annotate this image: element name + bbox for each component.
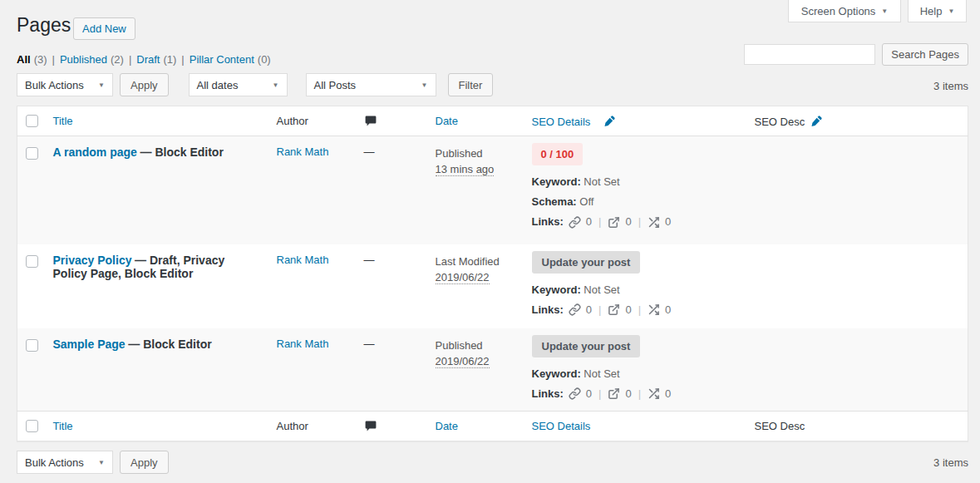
schema-label: Schema: — [532, 195, 577, 208]
posts-filter-select[interactable]: All Posts ▼ — [306, 73, 436, 96]
apply-button[interactable]: Apply — [120, 73, 169, 96]
column-header-seo-desc: SEO Desc — [755, 116, 805, 128]
column-header-date[interactable]: Date — [436, 115, 458, 127]
column-footer-title[interactable]: Title — [53, 420, 73, 432]
filter-count-draft: (1) — [163, 53, 176, 66]
filter-link-all[interactable]: All — [17, 53, 31, 66]
external-links-count: 0 — [625, 387, 631, 402]
search-input[interactable] — [744, 44, 875, 65]
edit-seo-details-pencil-icon[interactable] — [603, 115, 616, 127]
column-footer-seo-details[interactable]: SEO Details — [532, 420, 591, 432]
comments-count: — — [364, 145, 375, 158]
page-title-link[interactable]: A random page — [53, 145, 137, 159]
page-title: Pages — [17, 13, 71, 37]
internal-links-icon — [569, 303, 581, 316]
internal-links-icon — [569, 387, 581, 400]
tablenav-bottom: Bulk Actions ▼ Apply — [17, 451, 169, 474]
status-filter-links: All(3)|Published(2)|Draft(1)|Pillar Cont… — [17, 53, 271, 66]
tablenav-top: Bulk Actions ▼ Apply All dates ▼ All Pos… — [17, 73, 493, 96]
column-footer-seo-desc: SEO Desc — [755, 420, 805, 432]
filter-separator: | — [52, 53, 55, 66]
date-status: Published — [436, 145, 515, 161]
chevron-down-icon: ▼ — [881, 7, 888, 15]
filter-link-draft[interactable]: Draft — [136, 53, 160, 66]
filter-count-all: (3) — [34, 53, 47, 66]
external-links-icon — [608, 387, 620, 400]
seo-desc-cell — [746, 328, 968, 412]
items-count: 3 items — [933, 80, 968, 92]
keyword-label: Keyword: — [532, 367, 581, 380]
post-state: — Block Editor — [140, 145, 224, 159]
row-checkbox[interactable] — [26, 339, 38, 352]
filter-count-pillar-content: (0) — [258, 53, 271, 66]
apply-button-bottom[interactable]: Apply — [120, 451, 169, 474]
table-row: Sample Page — Block Editor Rank Math — P… — [17, 328, 968, 412]
date-status: Published — [436, 338, 515, 353]
posts-filter-selected-value: All Posts — [314, 79, 357, 91]
author-link[interactable]: Rank Math — [277, 145, 329, 158]
links-label: Links: — [532, 214, 564, 229]
help-label: Help — [920, 5, 943, 17]
help-tab[interactable]: Help ▼ — [908, 0, 967, 22]
column-header-seo-details[interactable]: SEO Details — [532, 116, 591, 128]
table-footer-row: Title Author Date SEO Details SEO Desc — [17, 412, 968, 441]
column-footer-date[interactable]: Date — [436, 420, 458, 432]
external-links-icon — [608, 216, 620, 229]
keyword-value: Not Set — [584, 283, 619, 296]
select-all-checkbox[interactable] — [26, 420, 38, 432]
external-links-icon — [608, 303, 620, 316]
seo-desc-cell — [746, 244, 968, 328]
filter-separator: | — [129, 53, 131, 66]
add-new-button[interactable]: Add New — [73, 17, 135, 40]
dates-filter-select[interactable]: All dates ▼ — [189, 73, 288, 96]
links-label: Links: — [532, 387, 564, 402]
page-title-link[interactable]: Sample Page — [53, 338, 126, 351]
links-separator: | — [638, 303, 641, 318]
items-count: 3 items — [933, 456, 968, 469]
row-checkbox[interactable] — [26, 147, 38, 160]
chevron-down-icon: ▼ — [273, 81, 279, 89]
comment-bubble-icon[interactable] — [364, 421, 377, 433]
screen-options-tab[interactable]: Screen Options ▼ — [788, 0, 901, 22]
page-title-link[interactable]: Privacy Policy — [53, 254, 132, 267]
table-row: A random page — Block Editor Rank Math —… — [17, 136, 968, 244]
external-links-count: 0 — [625, 303, 631, 318]
row-checkbox[interactable] — [26, 255, 38, 268]
update-your-post-button[interactable]: Update your post — [532, 335, 641, 357]
seo-score-badge[interactable]: 0 / 100 — [532, 143, 584, 165]
seo-desc-cell — [746, 136, 968, 244]
incoming-links-icon — [648, 216, 660, 229]
filter-count-published: (2) — [111, 53, 124, 66]
filter-link-pillar-content[interactable]: Pillar Content — [190, 53, 254, 66]
chevron-down-icon: ▼ — [98, 459, 105, 466]
edit-seo-desc-pencil-icon[interactable] — [810, 115, 823, 127]
update-your-post-button[interactable]: Update your post — [532, 251, 641, 274]
links-separator: | — [598, 303, 601, 318]
date-value: 13 mins ago — [436, 163, 495, 176]
date-value: 2019/06/22 — [436, 355, 490, 368]
chevron-down-icon: ▼ — [421, 81, 428, 89]
comments-count: — — [364, 338, 375, 350]
author-link[interactable]: Rank Math — [277, 338, 329, 350]
column-header-title[interactable]: Title — [53, 115, 73, 127]
incoming-links-icon — [648, 387, 660, 400]
filter-link-published[interactable]: Published — [60, 53, 107, 66]
bulk-actions-select[interactable]: Bulk Actions ▼ — [17, 73, 113, 96]
dates-filter-selected-value: All dates — [197, 79, 239, 91]
comment-bubble-icon[interactable] — [364, 116, 377, 128]
bulk-actions-selected-value: Bulk Actions — [25, 456, 84, 469]
keyword-label: Keyword: — [532, 175, 581, 188]
screen-options-label: Screen Options — [801, 5, 876, 17]
search-box: Search Pages — [744, 43, 968, 66]
search-pages-button[interactable]: Search Pages — [882, 43, 968, 66]
select-all-checkbox[interactable] — [26, 115, 38, 127]
links-separator: | — [598, 214, 601, 229]
author-link[interactable]: Rank Math — [277, 254, 329, 266]
filter-button[interactable]: Filter — [448, 73, 494, 96]
bulk-actions-select-bottom[interactable]: Bulk Actions ▼ — [17, 451, 113, 474]
internal-links-count: 0 — [586, 387, 592, 402]
keyword-value: Not Set — [584, 367, 619, 380]
links-label: Links: — [532, 303, 564, 318]
keyword-value: Not Set — [584, 175, 619, 188]
table-row: Privacy Policy — Draft, Privacy Policy P… — [17, 244, 968, 328]
